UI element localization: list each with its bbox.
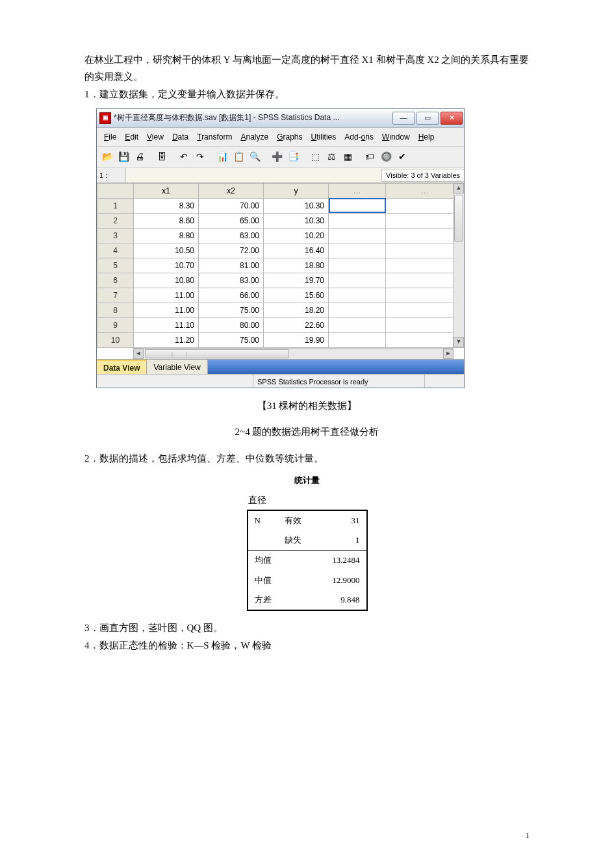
cell-x1[interactable]: 11.10 xyxy=(134,317,199,332)
cell-empty[interactable] xyxy=(386,198,464,213)
cell-x2[interactable]: 66.00 xyxy=(199,288,264,303)
menu-edit[interactable]: Edit xyxy=(122,130,142,144)
horizontal-scrollbar[interactable]: ◄ ► xyxy=(133,348,454,359)
col-header-empty[interactable]: … xyxy=(329,183,386,198)
row-header[interactable]: 9 xyxy=(97,317,134,332)
menu-utilities[interactable]: Utilities xyxy=(308,130,340,144)
find-icon[interactable]: 🔍 xyxy=(248,150,262,164)
cell-x1[interactable]: 8.30 xyxy=(134,198,199,213)
cell-empty[interactable] xyxy=(386,228,464,243)
cell-empty[interactable] xyxy=(329,243,386,258)
row-header[interactable]: 3 xyxy=(97,228,134,243)
maximize-button[interactable]: ▭ xyxy=(416,112,439,125)
cell-x1[interactable]: 11.00 xyxy=(134,288,199,303)
cell-y[interactable]: 10.30 xyxy=(264,213,329,228)
titlebar[interactable]: ▣ *树干直径高度与体积数据.sav [数据集1] - SPSS Statist… xyxy=(97,109,464,128)
selected-cell[interactable] xyxy=(329,198,386,213)
cell-y[interactable]: 18.80 xyxy=(264,258,329,273)
scroll-right-icon[interactable]: ► xyxy=(443,349,454,359)
scroll-down-icon[interactable]: ▼ xyxy=(454,337,464,347)
cell-empty[interactable] xyxy=(386,273,464,288)
cell-empty[interactable] xyxy=(386,317,464,332)
split-icon[interactable]: ⬚ xyxy=(308,150,322,164)
cell-empty[interactable] xyxy=(329,228,386,243)
cell-x1[interactable]: 11.20 xyxy=(134,332,199,347)
menu-window[interactable]: Window xyxy=(379,130,413,144)
insert-case-icon[interactable]: ➕ xyxy=(270,150,284,164)
value-labels-icon[interactable]: 🏷 xyxy=(363,150,377,164)
cell-x1[interactable]: 10.70 xyxy=(134,258,199,273)
cell-y[interactable]: 16.40 xyxy=(264,243,329,258)
menu-analyze[interactable]: Analyze xyxy=(237,130,272,144)
data-grid[interactable]: x1 x2 y … … 18.3070.0010.3028.6065.0010.… xyxy=(97,183,464,348)
close-button[interactable]: ✕ xyxy=(441,112,463,125)
goto-icon[interactable]: 📊 xyxy=(215,150,229,164)
cell-empty[interactable] xyxy=(386,213,464,228)
row-header[interactable]: 10 xyxy=(97,332,134,347)
minimize-button[interactable]: — xyxy=(392,112,415,125)
menu-addons[interactable]: Add-ons xyxy=(341,130,377,144)
cell-x1[interactable]: 8.60 xyxy=(134,213,199,228)
cell-empty[interactable] xyxy=(386,288,464,303)
cell-x1[interactable]: 10.80 xyxy=(134,273,199,288)
cell-x2[interactable]: 83.00 xyxy=(199,273,264,288)
col-header-empty2[interactable]: … xyxy=(386,183,464,198)
row-header[interactable]: 8 xyxy=(97,303,134,317)
spell-icon[interactable]: ✔ xyxy=(395,150,409,164)
cell-x2[interactable]: 70.00 xyxy=(199,198,264,213)
cell-empty[interactable] xyxy=(329,288,386,303)
cell-ref[interactable]: 1 : xyxy=(97,168,126,182)
menu-data[interactable]: Data xyxy=(169,130,192,144)
row-header[interactable]: 4 xyxy=(97,243,134,258)
vertical-scrollbar[interactable]: ▲ ▼ xyxy=(453,183,464,347)
scroll-thumb-h[interactable] xyxy=(145,349,289,358)
cell-empty[interactable] xyxy=(329,303,386,317)
col-header-y[interactable]: y xyxy=(264,183,329,198)
cell-x2[interactable]: 75.00 xyxy=(199,332,264,347)
insert-var-icon[interactable]: 📑 xyxy=(286,150,300,164)
scroll-up-icon[interactable]: ▲ xyxy=(454,183,464,193)
print-icon[interactable]: 🖨 xyxy=(133,150,147,164)
cell-empty[interactable] xyxy=(386,258,464,273)
scroll-thumb-v[interactable] xyxy=(454,195,463,242)
open-icon[interactable]: 📂 xyxy=(100,150,114,164)
menu-view[interactable]: View xyxy=(144,130,167,144)
scroll-left-icon[interactable]: ◄ xyxy=(133,349,144,359)
weight-icon[interactable]: ⚖ xyxy=(324,150,339,164)
redo-icon[interactable]: ↷ xyxy=(193,150,207,164)
cell-empty[interactable] xyxy=(386,303,464,317)
cell-x1[interactable]: 8.80 xyxy=(134,228,199,243)
tab-data-view[interactable]: Data View xyxy=(97,360,147,374)
menu-graphs[interactable]: Graphs xyxy=(274,130,305,144)
cell-x2[interactable]: 81.00 xyxy=(199,258,264,273)
cell-x2[interactable]: 80.00 xyxy=(199,317,264,332)
select-icon[interactable]: ▦ xyxy=(340,150,355,164)
cell-empty[interactable] xyxy=(386,332,464,347)
cell-x1[interactable]: 10.50 xyxy=(134,243,199,258)
menu-transform[interactable]: Transform xyxy=(194,130,235,144)
row-header[interactable]: 2 xyxy=(97,213,134,228)
cell-x2[interactable]: 75.00 xyxy=(199,303,264,317)
cell-empty[interactable] xyxy=(329,273,386,288)
vars-icon[interactable]: 📋 xyxy=(231,150,246,164)
row-header[interactable]: 7 xyxy=(97,288,134,303)
recall-icon[interactable]: 🗄 xyxy=(155,150,169,164)
cell-x1[interactable]: 11.00 xyxy=(134,303,199,317)
cell-x2[interactable]: 63.00 xyxy=(199,228,264,243)
row-header[interactable]: 1 xyxy=(97,198,134,213)
cell-y[interactable]: 22.60 xyxy=(264,317,329,332)
cell-y[interactable]: 19.90 xyxy=(264,332,329,347)
tab-variable-view[interactable]: Variable View xyxy=(147,360,207,374)
cell-x2[interactable]: 72.00 xyxy=(199,243,264,258)
cell-empty[interactable] xyxy=(386,243,464,258)
row-header[interactable]: 6 xyxy=(97,273,134,288)
row-header[interactable]: 5 xyxy=(97,258,134,273)
cell-empty[interactable] xyxy=(329,258,386,273)
cell-y[interactable]: 18.20 xyxy=(264,303,329,317)
menu-help[interactable]: Help xyxy=(415,130,438,144)
cell-empty[interactable] xyxy=(329,213,386,228)
cell-empty[interactable] xyxy=(329,332,386,347)
cell-x2[interactable]: 65.00 xyxy=(199,213,264,228)
menu-file[interactable]: File xyxy=(101,130,120,144)
cell-y[interactable]: 10.20 xyxy=(264,228,329,243)
